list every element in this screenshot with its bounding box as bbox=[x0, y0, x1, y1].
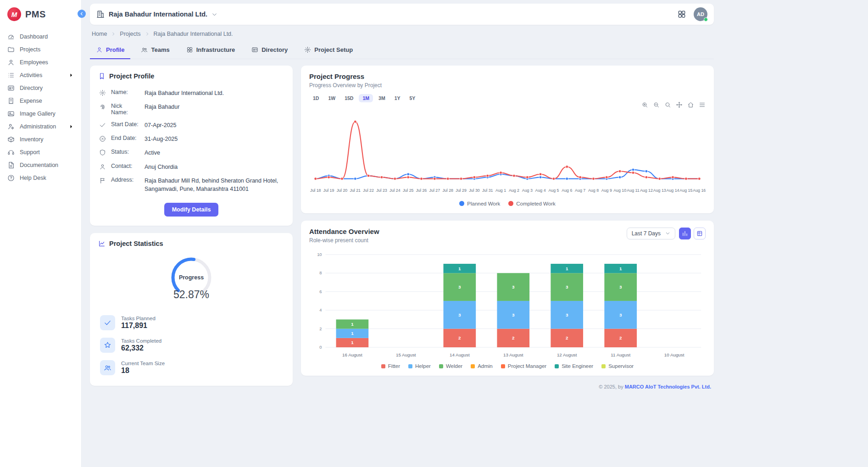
sidebar-item-support[interactable]: Support bbox=[0, 146, 81, 159]
svg-text:2: 2 bbox=[566, 335, 568, 340]
legend-label: Supervisor bbox=[608, 363, 634, 369]
main-area: Raja Bahadur International Ltd. AD HomeP… bbox=[82, 0, 868, 467]
svg-text:12 August: 12 August bbox=[557, 352, 577, 357]
menu-icon[interactable] bbox=[699, 101, 706, 110]
sidebar-collapse-button[interactable] bbox=[78, 10, 86, 18]
tab-infrastructure[interactable]: Infrastructure bbox=[180, 42, 241, 59]
svg-text:Aug 10: Aug 10 bbox=[613, 188, 626, 193]
tab-profile[interactable]: Profile bbox=[90, 42, 130, 59]
legend-marker bbox=[459, 201, 464, 206]
chevron-down-icon bbox=[665, 231, 670, 236]
project-progress-chart[interactable]: Jul 18Jul 19Jul 20Jul 21Jul 22Jul 23Jul … bbox=[309, 111, 706, 198]
legend-marker bbox=[601, 364, 606, 368]
profile-field-end-date: End Date:31-Aug-2025 bbox=[98, 132, 284, 146]
svg-text:Aug 1: Aug 1 bbox=[495, 188, 506, 193]
breadcrumb-item-home[interactable]: Home bbox=[92, 31, 107, 37]
app-logo[interactable]: M PMS bbox=[0, 6, 81, 30]
range-button-1w[interactable]: 1W bbox=[324, 94, 339, 102]
flag-icon bbox=[99, 177, 106, 184]
range-button-15d[interactable]: 15D bbox=[341, 94, 357, 102]
svg-text:1: 1 bbox=[566, 266, 568, 271]
sidebar-item-expense[interactable]: Expense bbox=[0, 95, 81, 107]
chevron-right-icon bbox=[68, 124, 74, 129]
box-icon bbox=[7, 136, 15, 143]
legend-label: Project Manager bbox=[508, 363, 546, 369]
legend-item-project-manager[interactable]: Project Manager bbox=[501, 363, 546, 369]
svg-text:Jul 22: Jul 22 bbox=[363, 188, 374, 193]
company-link[interactable]: MARCO AIoT Technologies Pvt. Ltd. bbox=[625, 384, 711, 389]
range-button-5y[interactable]: 5Y bbox=[406, 94, 419, 102]
user-avatar[interactable]: AD bbox=[694, 7, 707, 21]
range-button-1m[interactable]: 1M bbox=[359, 94, 373, 102]
svg-text:13 August: 13 August bbox=[503, 352, 523, 357]
attendance-chart[interactable]: 024681016 August11115 August14 August233… bbox=[309, 250, 706, 361]
bar-chart-toggle-button[interactable] bbox=[679, 228, 691, 239]
sidebar-item-label: Inventory bbox=[20, 136, 43, 143]
selection-zoom-icon[interactable] bbox=[664, 101, 671, 110]
card-title: Project Statistics bbox=[109, 240, 163, 247]
modify-details-button[interactable]: Modify Details bbox=[164, 203, 219, 217]
zoom-out-icon[interactable] bbox=[653, 101, 660, 110]
field-label: End Date: bbox=[111, 135, 139, 141]
home-icon[interactable] bbox=[687, 101, 694, 110]
sidebar-item-employees[interactable]: Employees bbox=[0, 56, 81, 69]
star-icon bbox=[104, 341, 111, 349]
sidebar-item-documentation[interactable]: Documentation bbox=[0, 159, 81, 172]
svg-text:14 August: 14 August bbox=[450, 352, 470, 357]
range-button-1y[interactable]: 1Y bbox=[391, 94, 404, 102]
legend-marker bbox=[555, 364, 559, 368]
sidebar-item-inventory[interactable]: Inventory bbox=[0, 133, 81, 146]
project-profile-card: Project Profile Name:Raja Bahadur Intern… bbox=[90, 66, 293, 226]
legend-item-completed-work[interactable]: Completed Work bbox=[508, 201, 555, 206]
legend-item-helper[interactable]: Helper bbox=[408, 363, 431, 369]
legend-label: Fitter bbox=[388, 363, 400, 369]
chart-title: Attendance Overview bbox=[309, 228, 379, 235]
legend-item-supervisor[interactable]: Supervisor bbox=[601, 363, 634, 369]
svg-text:Aug 2: Aug 2 bbox=[509, 188, 519, 193]
progress-percentage: 52.87% bbox=[152, 289, 230, 301]
sidebar-item-image-gallery[interactable]: Image Gallery bbox=[0, 107, 81, 120]
stat-icon-box bbox=[100, 360, 115, 375]
svg-text:Jul 24: Jul 24 bbox=[389, 188, 401, 193]
svg-text:1: 1 bbox=[351, 340, 354, 345]
svg-text:2: 2 bbox=[512, 335, 515, 340]
brand-logo-icon: M bbox=[7, 7, 21, 21]
legend-item-fitter[interactable]: Fitter bbox=[381, 363, 400, 369]
footer: © 2025, by MARCO AIoT Technologies Pvt. … bbox=[301, 383, 714, 396]
range-button-1d[interactable]: 1D bbox=[309, 94, 323, 102]
sidebar-item-help-desk[interactable]: Help Desk bbox=[0, 172, 81, 184]
company-selector[interactable]: Raja Bahadur International Ltd. bbox=[96, 10, 217, 18]
svg-text:Aug 16: Aug 16 bbox=[693, 188, 706, 193]
svg-text:Jul 30: Jul 30 bbox=[469, 188, 480, 193]
tab-directory[interactable]: Directory bbox=[245, 42, 294, 59]
date-range-select[interactable]: Last 7 Days bbox=[627, 228, 675, 239]
sidebar-item-activities[interactable]: Activities bbox=[0, 69, 81, 82]
tab-project-setup[interactable]: Project Setup bbox=[298, 42, 359, 59]
zoom-in-icon[interactable] bbox=[641, 101, 648, 110]
breadcrumb-item-projects[interactable]: Projects bbox=[120, 31, 140, 37]
table-toggle-button[interactable] bbox=[694, 228, 706, 239]
sidebar-item-projects[interactable]: Projects bbox=[0, 43, 81, 56]
apps-grid-icon[interactable] bbox=[677, 10, 686, 19]
stat-value: 62,332 bbox=[121, 344, 161, 352]
stat-label: Current Team Size bbox=[121, 361, 165, 366]
svg-text:3: 3 bbox=[458, 284, 461, 289]
sidebar-item-directory[interactable]: Directory bbox=[0, 82, 81, 95]
range-button-3m[interactable]: 3M bbox=[375, 94, 389, 102]
pan-icon[interactable] bbox=[676, 101, 683, 110]
legend-item-planned-work[interactable]: Planned Work bbox=[459, 201, 500, 206]
apps-icon bbox=[186, 46, 193, 53]
sidebar-item-dashboard[interactable]: Dashboard bbox=[0, 30, 81, 43]
bar-chart-legend: FitterHelperWelderAdminProject ManagerSi… bbox=[309, 363, 706, 369]
table-icon bbox=[696, 230, 703, 237]
svg-text:Aug 9: Aug 9 bbox=[601, 188, 612, 193]
tab-teams[interactable]: Teams bbox=[135, 42, 175, 59]
team-icon bbox=[141, 46, 148, 53]
svg-text:Jul 20: Jul 20 bbox=[337, 188, 348, 193]
legend-item-welder[interactable]: Welder bbox=[439, 363, 462, 369]
sidebar-item-administration[interactable]: Administration bbox=[0, 120, 81, 133]
legend-item-site-engineer[interactable]: Site Engineer bbox=[555, 363, 593, 369]
list-icon bbox=[7, 72, 15, 79]
check-icon bbox=[99, 122, 106, 128]
legend-item-admin[interactable]: Admin bbox=[471, 363, 493, 369]
